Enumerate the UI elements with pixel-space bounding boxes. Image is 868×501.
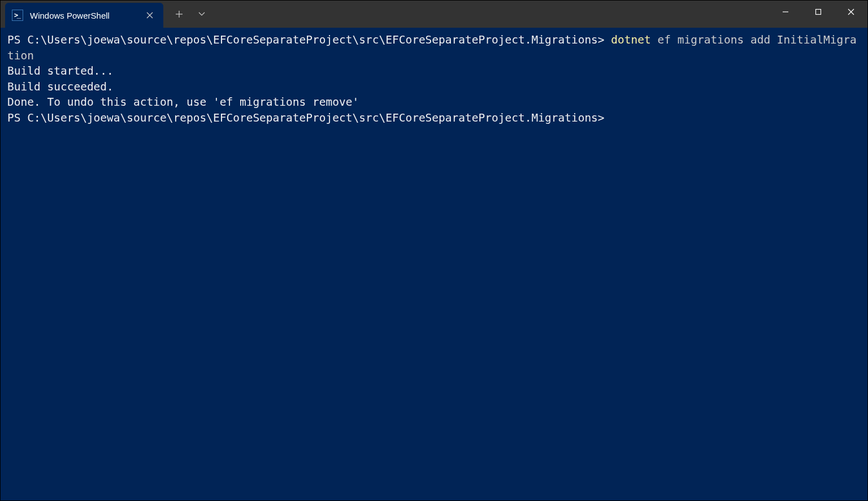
output-line: Done. To undo this action, use 'ef migra… <box>7 96 359 109</box>
tab-title: Windows PowerShell <box>30 11 132 20</box>
titlebar: Windows PowerShell <box>1 1 867 28</box>
close-icon <box>146 12 153 19</box>
maximize-button[interactable] <box>802 1 835 23</box>
minimize-button[interactable] <box>769 1 802 23</box>
maximize-icon <box>815 8 822 15</box>
close-icon <box>848 8 854 15</box>
chevron-down-icon <box>198 12 205 16</box>
plus-icon <box>175 10 183 18</box>
tab-dropdown-button[interactable] <box>190 3 213 25</box>
powershell-icon <box>12 10 23 21</box>
output-line: Build succeeded. <box>7 80 114 93</box>
prompt-text: PS C:\Users\joewa\source\repos\EFCoreSep… <box>7 33 611 46</box>
tab-powershell[interactable]: Windows PowerShell <box>5 3 163 28</box>
tab-close-button[interactable] <box>143 8 157 22</box>
close-window-button[interactable] <box>835 1 867 23</box>
svg-rect-5 <box>816 10 821 15</box>
command-executable: dotnet <box>611 33 650 46</box>
titlebar-drag-area[interactable] <box>213 1 769 28</box>
new-tab-button[interactable] <box>168 3 190 25</box>
window-controls <box>769 1 867 28</box>
terminal-output[interactable]: PS C:\Users\joewa\source\repos\EFCoreSep… <box>1 28 867 130</box>
titlebar-tab-controls <box>168 1 213 28</box>
minimize-icon <box>782 8 789 15</box>
output-line: Build started... <box>7 64 114 77</box>
prompt-text: PS C:\Users\joewa\source\repos\EFCoreSep… <box>7 111 605 124</box>
